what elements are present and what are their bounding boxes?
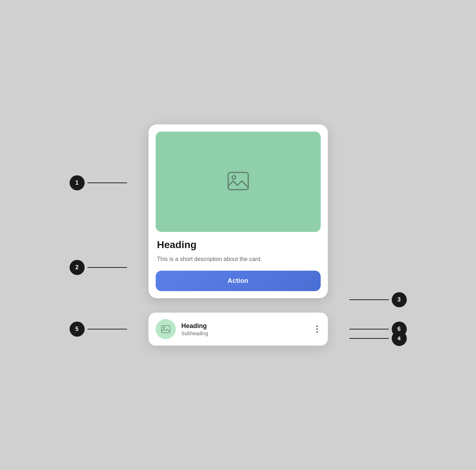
annotation-line-6 [349,329,389,329]
annotation-bubble-6: 6 [392,322,407,337]
annotation-2: 2 [70,260,127,275]
annotation-bubble-1: 1 [70,175,85,190]
list-card: 5 6 Heading Subheading [149,313,328,346]
more-button[interactable] [314,323,321,336]
svg-rect-2 [161,326,170,333]
annotation-line-1 [88,182,127,183]
annotation-1: 1 [70,175,127,190]
annotation-3: 3 [349,292,407,307]
card-heading: Heading [156,239,321,251]
card-image-area [156,132,321,232]
list-card-subheading: Subheading [182,331,308,336]
annotation-6: 6 [349,322,407,337]
list-card-heading: Heading [182,322,308,330]
card-description: This is a short description about the ca… [156,255,321,264]
annotation-5: 5 [70,322,127,337]
annotation-bubble-2: 2 [70,260,85,275]
annotation-line-4 [349,338,389,339]
image-placeholder-icon [225,168,251,195]
annotation-bubble-5: 5 [70,322,85,337]
svg-point-1 [232,176,236,179]
action-button[interactable]: Action [156,271,321,291]
list-card-avatar [156,319,176,339]
list-card-text: Heading Subheading [182,322,308,336]
annotation-line-5 [88,329,127,329]
dot-3 [316,331,318,333]
dot-1 [316,326,318,327]
large-card: 1 2 3 4 He [149,124,328,298]
main-container: 1 2 3 4 He [149,124,328,346]
dot-2 [316,328,318,330]
svg-rect-0 [228,172,248,190]
annotation-bubble-3: 3 [392,292,407,307]
annotation-line-3 [349,299,389,300]
annotation-line-2 [88,267,127,268]
svg-point-3 [163,327,164,328]
